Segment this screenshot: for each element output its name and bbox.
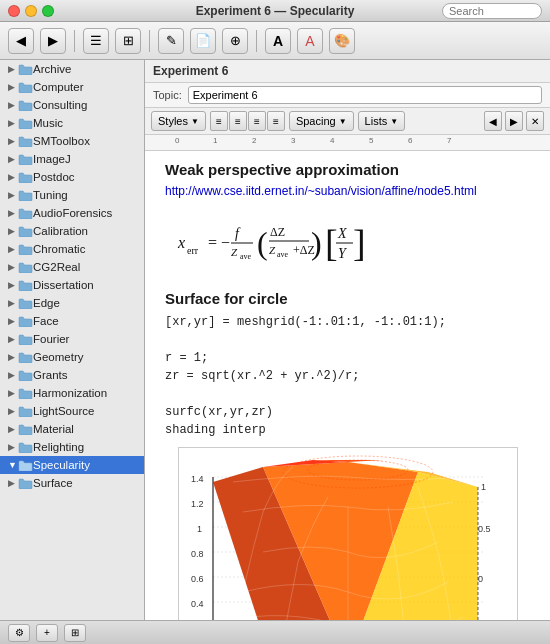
nav-prev-button[interactable]: ◀ [484, 111, 502, 131]
align-left-icon: ≡ [216, 116, 222, 127]
lists-label: Lists [365, 115, 388, 127]
close-button[interactable] [8, 5, 20, 17]
sidebar-item-calibration[interactable]: ▶ Calibration [0, 222, 144, 240]
sidebar-item-imagej[interactable]: ▶ ImageJ [0, 150, 144, 168]
sidebar-item-grants[interactable]: ▶ Grants [0, 366, 144, 384]
edit-button[interactable]: ✎ [158, 28, 184, 54]
ruler-7: 7 [447, 136, 451, 145]
align-right-button[interactable]: ≡ [248, 111, 266, 131]
arrow-icon: ▶ [8, 334, 18, 344]
align-center-button[interactable]: ≡ [229, 111, 247, 131]
maximize-button[interactable] [42, 5, 54, 17]
sidebar-item-archive[interactable]: ▶ Archive [0, 60, 144, 78]
sidebar-item-dissertation[interactable]: ▶ Dissertation [0, 276, 144, 294]
sidebar-item-postdoc-label: Postdoc [33, 171, 75, 183]
formula-svg: x err = − f Z ave ( ΔZ Z [173, 210, 513, 270]
folder-icon [18, 334, 33, 345]
nav-next-button[interactable]: ▶ [505, 111, 523, 131]
palette-button[interactable]: 🎨 [329, 28, 355, 54]
arrow-icon: ▶ [8, 388, 18, 398]
folder-icon [18, 352, 33, 363]
sidebar-item-cg2real[interactable]: ▶ CG2Real [0, 258, 144, 276]
sidebar-item-specularity[interactable]: ▼ Specularity [0, 456, 144, 474]
sidebar-item-tuning[interactable]: ▶ Tuning [0, 186, 144, 204]
sidebar-item-fourier[interactable]: ▶ Fourier [0, 330, 144, 348]
arrow-icon: ▶ [8, 226, 18, 236]
font-icon: A [273, 33, 283, 49]
gear-icon: ⚙ [15, 627, 24, 638]
formula-block: x err = − f Z ave ( ΔZ Z [165, 206, 530, 278]
traffic-lights [8, 5, 54, 17]
ruler-5: 5 [369, 136, 373, 145]
sidebar-item-material[interactable]: ▶ Material [0, 420, 144, 438]
align-left-button[interactable]: ≡ [210, 111, 228, 131]
folder-icon [18, 208, 33, 219]
lists-dropdown[interactable]: Lists ▼ [358, 111, 406, 131]
code-line-2: r = 1; [165, 349, 530, 367]
sidebar-item-computer[interactable]: ▶ Computer [0, 78, 144, 96]
link-node5[interactable]: http://www.cse.iitd.ernet.in/~suban/visi… [165, 184, 477, 198]
lists-dropdown-arrow: ▼ [390, 117, 398, 126]
svg-text:Z: Z [231, 246, 238, 258]
svg-text:0: 0 [478, 574, 483, 584]
svg-text:1.2: 1.2 [191, 499, 204, 509]
add-button[interactable]: + [36, 624, 58, 642]
arrow-icon: ▶ [8, 118, 18, 128]
styles-dropdown[interactable]: Styles ▼ [151, 111, 206, 131]
sidebar-item-audioforensics[interactable]: ▶ AudioForensics [0, 204, 144, 222]
svg-text:1.4: 1.4 [191, 474, 204, 484]
sidebar-item-cg2real-label: CG2Real [33, 261, 80, 273]
sidebar-item-edge[interactable]: ▶ Edge [0, 294, 144, 312]
spacing-dropdown-arrow: ▼ [339, 117, 347, 126]
settings-button[interactable]: ⚙ [8, 624, 30, 642]
arrow-icon: ▶ [8, 100, 18, 110]
forward-button[interactable]: ▶ [40, 28, 66, 54]
sidebar-item-music[interactable]: ▶ Music [0, 114, 144, 132]
toolbar-sep-1 [74, 30, 75, 52]
insert-button[interactable]: ⊕ [222, 28, 248, 54]
svg-text:=: = [208, 234, 217, 251]
edit-icon: ✎ [166, 33, 177, 48]
content-header-title: Experiment 6 [153, 64, 228, 78]
svg-text:1: 1 [197, 524, 202, 534]
view-list-button[interactable]: ☰ [83, 28, 109, 54]
topic-bar: Topic: [145, 83, 550, 108]
sidebar-item-face[interactable]: ▶ Face [0, 312, 144, 330]
sidebar-item-relighting[interactable]: ▶ Relighting [0, 438, 144, 456]
search-input[interactable] [442, 3, 542, 19]
sidebar-item-lightsource[interactable]: ▶ LightSource [0, 402, 144, 420]
font-button[interactable]: A [265, 28, 291, 54]
ruler-4: 4 [330, 136, 334, 145]
sidebar-item-chromatic[interactable]: ▶ Chromatic [0, 240, 144, 258]
page-button[interactable]: 📄 [190, 28, 216, 54]
sidebar-item-material-label: Material [33, 423, 74, 435]
sidebar-item-postdoc[interactable]: ▶ Postdoc [0, 168, 144, 186]
sidebar-item-smtoolbox-label: SMToolbox [33, 135, 90, 147]
ruler-6: 6 [408, 136, 412, 145]
sidebar-item-consulting[interactable]: ▶ Consulting [0, 96, 144, 114]
grid-view-button[interactable]: ⊞ [64, 624, 86, 642]
sidebar-item-lightsource-label: LightSource [33, 405, 94, 417]
toolbar-sep-3 [256, 30, 257, 52]
minimize-button[interactable] [25, 5, 37, 17]
view-grid-button[interactable]: ⊞ [115, 28, 141, 54]
svg-text:ave: ave [240, 252, 252, 261]
ruler-0: 0 [175, 136, 179, 145]
close-panel-button[interactable]: ✕ [526, 111, 544, 131]
toolbar: ◀ ▶ ☰ ⊞ ✎ 📄 ⊕ A A 🎨 [0, 22, 550, 60]
color-button[interactable]: A [297, 28, 323, 54]
sidebar-item-geometry[interactable]: ▶ Geometry [0, 348, 144, 366]
sidebar-item-calibration-label: Calibration [33, 225, 88, 237]
sidebar-item-harmonization[interactable]: ▶ Harmonization [0, 384, 144, 402]
folder-icon [18, 244, 33, 255]
align-justify-button[interactable]: ≡ [267, 111, 285, 131]
spacing-dropdown[interactable]: Spacing ▼ [289, 111, 354, 131]
arrow-icon: ▶ [8, 154, 18, 164]
sidebar-item-smtoolbox[interactable]: ▶ SMToolbox [0, 132, 144, 150]
topic-input[interactable] [188, 86, 542, 104]
align-center-icon: ≡ [235, 116, 241, 127]
back-button[interactable]: ◀ [8, 28, 34, 54]
sidebar-item-surface[interactable]: ▶ Surface [0, 474, 144, 492]
ruler-2: 2 [252, 136, 256, 145]
arrow-icon: ▶ [8, 190, 18, 200]
